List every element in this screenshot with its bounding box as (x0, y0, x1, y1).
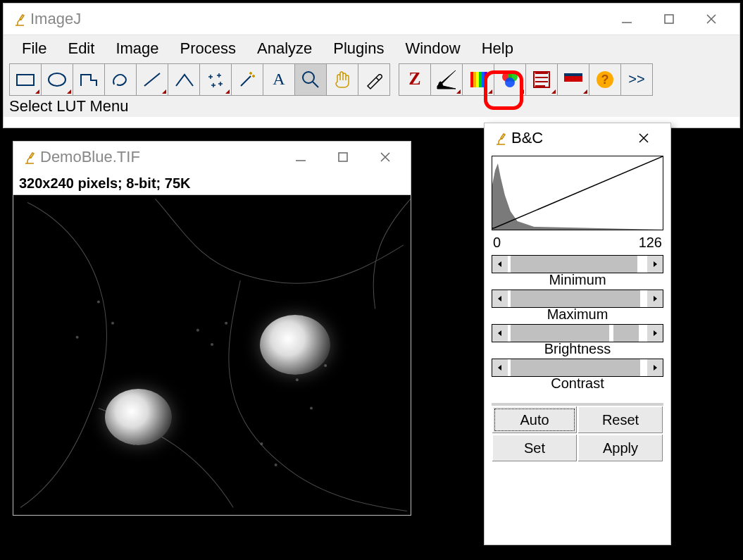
cell-nucleus (260, 315, 330, 375)
svg-point-34 (260, 442, 263, 445)
brightness-label: Brightness (492, 341, 663, 357)
bc-buttons: Auto Reset Set Apply (492, 403, 663, 462)
help-tool[interactable]: ? (589, 63, 621, 96)
scroll-right-arrow[interactable] (647, 325, 663, 342)
more-tool[interactable]: >> (620, 63, 653, 96)
svg-rect-16 (564, 76, 582, 82)
brightness-slider[interactable] (492, 324, 663, 342)
close-button[interactable] (623, 124, 665, 152)
set-button[interactable]: Set (492, 434, 577, 462)
svg-point-31 (97, 300, 100, 303)
slider-track[interactable] (508, 359, 647, 376)
svg-point-30 (324, 364, 327, 367)
dev-tool[interactable] (557, 63, 589, 96)
stack-tool[interactable]: Z (399, 63, 431, 96)
axis-max: 126 (639, 235, 662, 251)
menu-window[interactable]: Window (399, 38, 466, 59)
microscope-icon (494, 130, 507, 146)
bc-titlebar[interactable]: B&C (485, 123, 670, 153)
maximum-slider[interactable] (492, 290, 663, 308)
bc-tool[interactable] (430, 63, 463, 96)
polygon-tool[interactable] (73, 63, 105, 96)
histogram-axis: 0 126 (492, 235, 663, 251)
minimize-button[interactable] (280, 143, 322, 171)
svg-point-22 (196, 329, 199, 332)
menu-image[interactable]: Image (110, 38, 164, 59)
svg-point-24 (225, 322, 227, 325)
svg-text:Z: Z (408, 68, 420, 89)
menu-edit[interactable]: Edit (62, 38, 100, 59)
scroll-left-arrow[interactable] (492, 290, 508, 307)
scroll-left-arrow[interactable] (492, 359, 508, 376)
menu-process[interactable]: Process (175, 38, 242, 59)
maximize-button[interactable] (322, 143, 364, 171)
svg-text:A: A (273, 70, 285, 88)
imagej-main-window: ImageJ File Edit Image Process Analyze P… (3, 3, 740, 128)
rectangle-tool[interactable] (9, 63, 42, 96)
auto-button[interactable]: Auto (492, 406, 577, 434)
svg-point-28 (296, 378, 299, 381)
minimize-button[interactable] (606, 5, 648, 33)
microscope-icon (13, 11, 26, 27)
scroll-right-arrow[interactable] (647, 290, 663, 307)
menu-plugins[interactable]: Plugins (327, 38, 389, 59)
cmap-tool[interactable] (494, 63, 526, 96)
svg-text:>>: >> (628, 71, 644, 87)
svg-rect-0 (665, 15, 673, 23)
wand-tool[interactable] (231, 63, 263, 96)
svg-rect-7 (473, 72, 476, 87)
menu-help[interactable]: Help (476, 38, 519, 59)
line-tool[interactable] (136, 63, 168, 96)
menu-analyze[interactable]: Analyze (251, 38, 318, 59)
slider-track[interactable] (508, 325, 647, 342)
cell-membranes (13, 195, 411, 515)
main-title: ImageJ (30, 10, 81, 28)
slider-track[interactable] (508, 256, 647, 273)
angle-tool[interactable] (168, 63, 200, 96)
close-button[interactable] (364, 143, 406, 171)
svg-rect-9 (479, 72, 482, 87)
svg-point-2 (49, 73, 65, 86)
close-button[interactable] (690, 5, 732, 33)
zoom-tool[interactable] (294, 63, 327, 96)
image-titlebar[interactable]: DemoBlue.TIF (13, 142, 411, 173)
slider-track[interactable] (508, 290, 647, 307)
svg-rect-1 (17, 75, 34, 85)
scroll-right-arrow[interactable] (647, 359, 663, 376)
freehand-tool[interactable] (104, 63, 137, 96)
minimum-label: Minimum (492, 272, 663, 288)
maximize-button[interactable] (648, 5, 690, 33)
image-title: DemoBlue.TIF (40, 148, 140, 166)
cell-nucleus (105, 389, 172, 445)
image-canvas[interactable] (13, 195, 411, 515)
toolbar: AZ?>> (4, 62, 739, 97)
contrast-label: Contrast (492, 375, 663, 392)
statusbar: Select LUT Menu (4, 97, 739, 117)
stk-tool[interactable] (525, 63, 558, 96)
axis-min: 0 (493, 235, 501, 251)
svg-point-23 (211, 343, 213, 346)
main-titlebar[interactable]: ImageJ (4, 4, 739, 35)
scroll-left-arrow[interactable] (492, 256, 508, 273)
dropper-tool[interactable] (358, 63, 390, 96)
scroll-right-arrow[interactable] (647, 256, 663, 273)
lut-tool[interactable] (462, 63, 494, 96)
svg-rect-8 (476, 72, 479, 87)
svg-rect-11 (485, 72, 487, 87)
reset-button[interactable]: Reset (577, 406, 663, 434)
brightness-contrast-panel: B&C 0 126 MinimumMaximumBrightnessContra… (484, 123, 671, 545)
image-window: DemoBlue.TIF 320x240 pixels; 8-bit; 75K (13, 141, 411, 516)
svg-point-4 (303, 72, 314, 83)
minimum-slider[interactable] (492, 255, 663, 273)
contrast-slider[interactable] (492, 359, 663, 377)
maximum-label: Maximum (492, 306, 663, 323)
hand-tool[interactable] (326, 63, 358, 96)
menu-file[interactable]: File (16, 38, 52, 59)
text-tool[interactable]: A (263, 63, 295, 96)
scroll-left-arrow[interactable] (492, 325, 508, 342)
apply-button[interactable]: Apply (577, 434, 663, 462)
svg-point-29 (310, 407, 313, 410)
svg-text:?: ? (601, 73, 609, 87)
oval-tool[interactable] (41, 63, 73, 96)
multipoint-tool[interactable] (199, 63, 232, 96)
